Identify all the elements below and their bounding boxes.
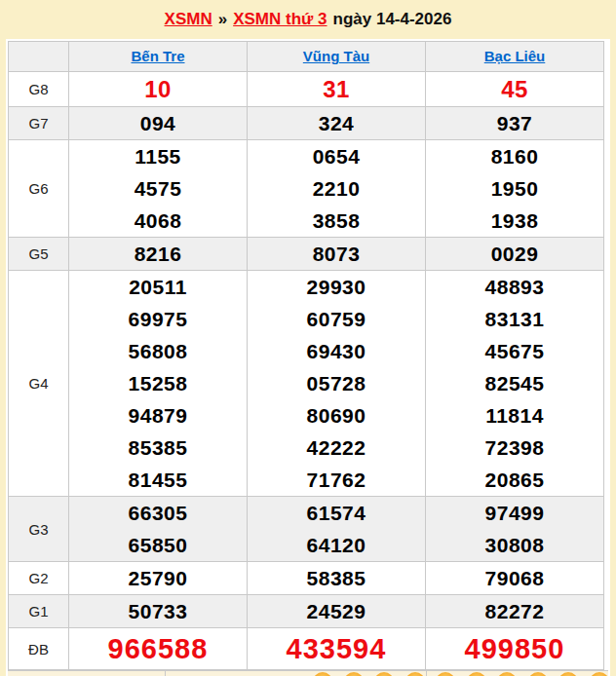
numbers-g4-vungtau: 29930607596943005728806904222271762 <box>248 271 426 497</box>
prize-row-g6: G6115545754068065422103858816019501938 <box>9 140 604 238</box>
prize-number: 50733 <box>69 595 247 627</box>
numbers-g2-bentre: 25790 <box>69 562 248 595</box>
prize-number: 82545 <box>426 367 603 399</box>
prize-number: 05728 <box>248 367 425 399</box>
prize-row-g3: G3663056585061574641209749930808 <box>9 497 604 562</box>
prize-row-g4: G420511699755680815258948798538581455299… <box>9 271 604 497</box>
lottery-ball-icon <box>344 672 364 676</box>
numbers-g7-vungtau: 324 <box>248 107 426 140</box>
xsmn-home-link[interactable]: XSMN <box>165 10 212 29</box>
prize-number: 0654 <box>248 140 425 172</box>
lottery-ball-icon <box>558 672 578 676</box>
prize-label-g5: G5 <box>9 238 69 271</box>
column-header-vungtau: Vũng Tàu <box>248 42 426 72</box>
province-link-bentre[interactable]: Bến Tre <box>131 48 184 64</box>
column-header-bentre: Bến Tre <box>69 42 248 72</box>
prize-number: 66305 <box>69 497 247 529</box>
numbers-g3-bentre: 6630565850 <box>69 497 248 562</box>
numbers-g3-baclieu: 9749930808 <box>426 497 604 562</box>
prize-number: 2210 <box>248 172 425 205</box>
strip-column-divider <box>426 671 427 676</box>
prize-number: 8073 <box>248 238 425 270</box>
prize-number: 79068 <box>426 562 603 594</box>
table-header-row: Bến Tre Vũng Tàu Bạc Liêu <box>9 42 604 72</box>
numbers-g2-vungtau: 58385 <box>248 562 426 595</box>
prize-number: 56808 <box>69 335 247 367</box>
xsmn-day-link[interactable]: XSMN thứ 3 <box>233 10 327 29</box>
numbers-g5-vungtau: 8073 <box>248 238 426 271</box>
prize-label-g1: G1 <box>9 595 69 628</box>
prize-number: 24529 <box>248 595 425 627</box>
lottery-ball-icon <box>374 672 394 676</box>
numbers-g5-baclieu: 0029 <box>426 238 604 271</box>
prize-number: 64120 <box>248 529 425 561</box>
prize-number: 30808 <box>426 529 603 561</box>
prize-label-g3: G3 <box>9 497 69 562</box>
prize-number: 69430 <box>248 335 425 367</box>
prize-number: 4068 <box>69 205 247 237</box>
lottery-ball-icon <box>436 672 455 676</box>
numbers-g2-baclieu: 79068 <box>426 562 604 595</box>
numbers-g7-baclieu: 937 <box>426 107 604 140</box>
prize-number: 4575 <box>69 172 247 205</box>
prize-number: 094 <box>69 107 247 139</box>
prize-label-g4: G4 <box>9 271 69 497</box>
prize-number: 80690 <box>248 399 425 432</box>
prize-number: 48893 <box>426 271 603 303</box>
prize-row-g8: G8103145 <box>9 72 604 107</box>
numbers-g8-vungtau: 31 <box>248 72 426 107</box>
numbers-g3-vungtau: 6157464120 <box>248 497 426 562</box>
numbers-db-bentre: 966588 <box>69 628 248 670</box>
prize-number: 25790 <box>69 562 247 594</box>
prize-number: 45675 <box>426 335 603 367</box>
prize-number: 71762 <box>248 464 425 496</box>
lottery-ball-icon <box>528 672 548 676</box>
numbers-g1-vungtau: 24529 <box>248 595 426 628</box>
column-header-baclieu: Bạc Liêu <box>426 42 604 72</box>
province-link-baclieu[interactable]: Bạc Liêu <box>484 48 546 64</box>
prize-number: 324 <box>248 107 425 139</box>
numbers-g8-baclieu: 45 <box>426 72 604 107</box>
prize-number: 499850 <box>426 628 603 669</box>
numbers-g1-baclieu: 82272 <box>426 595 604 628</box>
lottery-ball-icon <box>497 672 517 676</box>
prize-number: 0029 <box>426 238 603 270</box>
prize-number: 1155 <box>69 140 247 172</box>
results-table-wrapper: Bến Tre Vũng Tàu Bạc Liêu G8103145G70943… <box>6 39 610 676</box>
prize-number: 81455 <box>69 464 247 496</box>
prize-number: 45 <box>426 72 603 106</box>
prize-number: 966588 <box>69 628 247 669</box>
lottery-ball-icon <box>405 672 425 676</box>
breadcrumb-separator: » <box>218 10 227 29</box>
prize-label-g7: G7 <box>9 107 69 140</box>
prize-number: 94879 <box>69 399 247 432</box>
prize-number: 42222 <box>248 432 425 464</box>
prize-label-db: ĐB <box>9 628 69 670</box>
numbers-g4-bentre: 20511699755680815258948798538581455 <box>69 271 248 497</box>
draw-date-text: ngày 14-4-2026 <box>333 10 452 29</box>
numbers-g4-baclieu: 48893831314567582545118147239820865 <box>426 271 604 497</box>
results-table: Bến Tre Vũng Tàu Bạc Liêu G8103145G70943… <box>8 41 604 670</box>
prize-number: 72398 <box>426 432 603 464</box>
province-link-vungtau[interactable]: Vũng Tàu <box>303 48 369 64</box>
prize-number: 11814 <box>426 399 603 432</box>
prize-number: 10 <box>69 72 247 106</box>
prize-number: 60759 <box>248 303 425 335</box>
numbers-g5-bentre: 8216 <box>69 238 248 271</box>
lottery-ball-icon <box>590 672 609 676</box>
page-title: XSMN » XSMN thứ 3 ngày 14-4-2026 <box>0 0 616 39</box>
prize-row-g1: G1507332452982272 <box>9 595 604 628</box>
strip-column-divider <box>165 671 166 676</box>
prize-number: 8216 <box>69 238 247 270</box>
prize-number: 97499 <box>426 497 603 529</box>
prize-number: 82272 <box>426 595 603 627</box>
prize-number: 1938 <box>426 205 603 237</box>
prize-number: 31 <box>248 72 425 106</box>
prize-number: 20511 <box>69 271 247 303</box>
prize-number: 937 <box>426 107 603 139</box>
prize-row-g5: G5821680730029 <box>9 238 604 271</box>
prize-number: 8160 <box>426 140 603 172</box>
prize-label-g8: G8 <box>9 72 69 107</box>
numbers-g1-bentre: 50733 <box>69 595 248 628</box>
prize-label-g2: G2 <box>9 562 69 595</box>
